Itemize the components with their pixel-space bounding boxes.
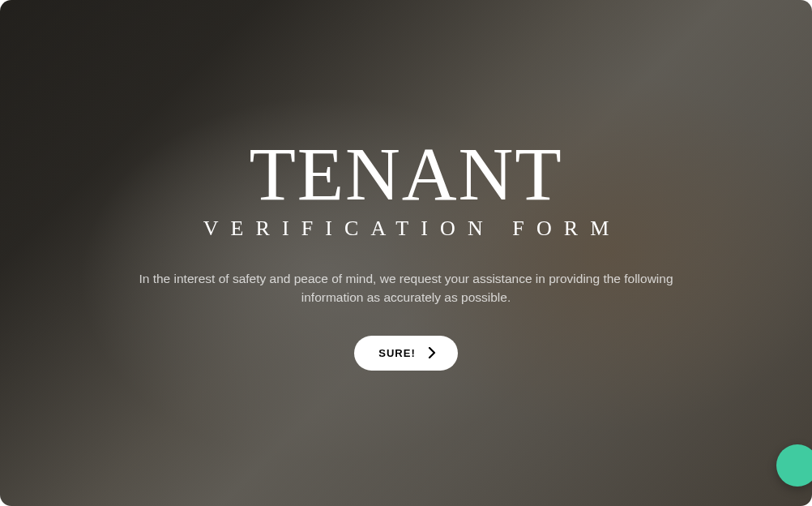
page-title-main: TENANT: [106, 135, 706, 212]
start-button-label: SURE!: [378, 347, 416, 359]
help-fab[interactable]: [776, 444, 812, 487]
hero-section: TENANT VERIFICATION FORM In the interest…: [0, 0, 812, 506]
start-button[interactable]: SURE!: [354, 336, 458, 371]
hero-description: In the interest of safety and peace of m…: [106, 270, 706, 307]
page-title-sub: VERIFICATION FORM: [106, 217, 706, 241]
hero-content: TENANT VERIFICATION FORM In the interest…: [90, 135, 722, 371]
chevron-right-icon: [427, 347, 437, 358]
